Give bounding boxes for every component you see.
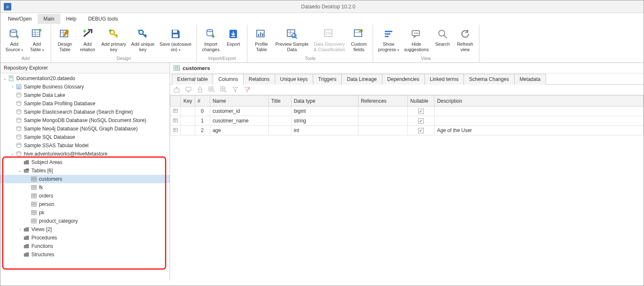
tree-item-customers[interactable]: customers	[0, 175, 170, 183]
tab-relations[interactable]: Relations	[243, 74, 275, 85]
ribbon-btn-export[interactable]: Export	[222, 26, 245, 53]
tree-root[interactable]: ⌄Documentation20.dataedo	[0, 74, 170, 83]
cell-title[interactable]	[268, 116, 291, 126]
ribbon-btn-add-table[interactable]: +AddTable ▾	[26, 26, 48, 53]
menu-new-open[interactable]: New/Open	[2, 14, 38, 24]
cell-key[interactable]	[181, 126, 195, 135]
col-dtype-header[interactable]: Data type	[291, 96, 358, 107]
cell-name[interactable]: age	[210, 126, 268, 135]
row-selector[interactable]	[170, 116, 181, 126]
tree-item-structures[interactable]: Structures	[0, 250, 170, 259]
cell-nullable[interactable]: ✓	[407, 126, 434, 135]
checkbox-icon[interactable]: ✓	[418, 118, 424, 124]
ribbon-btn-import-changes[interactable]: Importchanges	[199, 26, 222, 53]
tree-item-orders[interactable]: orders	[0, 192, 170, 200]
tree-item-functions[interactable]: Functions	[0, 242, 170, 250]
ribbon-btn-preview-sample-data[interactable]: Preview SampleData	[273, 26, 311, 53]
cell-desc[interactable]: Age of the User	[434, 126, 643, 135]
cell-desc[interactable]	[434, 107, 643, 116]
ribbon-btn-show-progress[interactable]: Showprogress ▾	[376, 26, 402, 53]
ribbon-btn-add-relation[interactable]: +Addrelation	[76, 26, 99, 53]
cell-idx[interactable]: 1	[195, 116, 210, 126]
checkbox-icon[interactable]: ✓	[418, 128, 424, 133]
tree-item-person[interactable]: person	[0, 200, 170, 208]
cell-key[interactable]	[181, 107, 195, 116]
caret-icon[interactable]: ⌄	[2, 76, 8, 81]
grid-add-icon[interactable]: +	[209, 86, 215, 93]
cell-dtype[interactable]: bigint	[291, 107, 358, 116]
add-bottom-icon[interactable]	[185, 86, 192, 93]
ribbon-btn-design-table[interactable]: DesignTable	[54, 26, 76, 53]
column-row[interactable]: 1cusotmer_namestring✓	[170, 116, 644, 126]
cell-dtype[interactable]: int	[291, 126, 358, 135]
row-selector[interactable]	[170, 107, 181, 116]
cell-idx[interactable]: 0	[195, 107, 210, 116]
caret-icon[interactable]: ⌄	[17, 169, 23, 173]
ribbon-btn-save-autosave-on-[interactable]: Save (autosaveon) ▾	[157, 26, 194, 53]
cell-dtype[interactable]: string	[291, 116, 358, 126]
tree-item-views-2-[interactable]: ›Views [2]	[0, 225, 170, 234]
cell-desc[interactable]	[434, 116, 643, 126]
cell-ref[interactable]	[358, 126, 407, 135]
menu-debug-tools[interactable]: DEBUG tools	[82, 14, 124, 24]
ribbon-btn-refresh-view[interactable]: Refreshview	[454, 26, 477, 53]
tree-item-sample-elasticsearch-database-search-engine-[interactable]: Sample Elasticsearch Database (Search En…	[0, 108, 170, 116]
checkbox-icon[interactable]: ✓	[418, 109, 424, 114]
tree-item-sample-data-profiling-database[interactable]: Sample Data Profiling Database	[0, 99, 170, 108]
col-desc-header[interactable]: Description	[434, 96, 643, 107]
tree-item-sample-sql-database[interactable]: Sample SQL Database	[0, 133, 170, 141]
ribbon-btn-profile-table[interactable]: ProfileTable	[250, 26, 273, 53]
caret-icon[interactable]: ›	[17, 227, 23, 231]
ribbon-btn-hide-suggestions[interactable]: Hidesuggestions	[402, 26, 431, 53]
col-ref-header[interactable]: References	[358, 96, 407, 107]
col-null-header[interactable]: Nullable	[407, 96, 434, 107]
ribbon-btn-custom-fields[interactable]: +Customfields	[348, 26, 370, 53]
tree-item-sample-mongodb-database-nosql-document-store-[interactable]: Sample MongoDB Database (NoSQL Document …	[0, 116, 170, 125]
lock-icon[interactable]	[197, 86, 204, 93]
tree-item-product-category[interactable]: product_category	[0, 217, 170, 225]
tab-columns[interactable]: Columns	[213, 74, 243, 85]
cell-ref[interactable]	[358, 116, 407, 126]
tab-schema-changes[interactable]: Schema Changes	[464, 74, 514, 85]
tab-unique-keys[interactable]: Unique keys	[275, 74, 313, 85]
col-idx-header[interactable]: #	[195, 96, 210, 107]
ribbon-btn-add-primary-key[interactable]: +Add primarykey	[99, 26, 129, 53]
menu-help[interactable]: Help	[60, 14, 82, 24]
row-selector[interactable]	[170, 126, 181, 135]
cell-nullable[interactable]: ✓	[407, 107, 434, 116]
column-row[interactable]: 2ageint✓Age of the User	[170, 126, 644, 135]
tab-linked-terms[interactable]: Linked terms	[425, 74, 464, 85]
column-row[interactable]: 0customer_idbigint✓	[170, 107, 644, 116]
tab-external-table[interactable]: External table	[172, 74, 213, 85]
add-top-icon[interactable]	[173, 86, 180, 93]
col-name-header[interactable]: Name	[210, 96, 268, 107]
cell-title[interactable]	[268, 126, 291, 135]
tree-item-fk[interactable]: fk	[0, 183, 170, 192]
col-selector-header[interactable]	[170, 96, 181, 107]
clear-filter-icon[interactable]	[244, 86, 250, 93]
menu-main[interactable]: Main	[38, 14, 60, 24]
cell-name[interactable]: cusotmer_name	[210, 116, 268, 126]
cell-key[interactable]	[181, 116, 195, 126]
tree-item-sample-business-glossary[interactable]: ›BSample Business Glossary	[0, 83, 170, 91]
tree-item-pk[interactable]: pk	[0, 208, 170, 217]
tree-item-subject-areas[interactable]: Subject Areas	[0, 158, 170, 166]
tab-triggers[interactable]: Triggers	[313, 74, 342, 85]
tree-item-sample-data-lake[interactable]: Sample Data Lake	[0, 91, 170, 99]
ribbon-btn-search[interactable]: Search	[431, 26, 454, 53]
tab-metadata[interactable]: Metadata	[514, 74, 546, 85]
cell-ref[interactable]	[358, 107, 407, 116]
ribbon-btn-add-source[interactable]: +AddSource ▾	[3, 26, 26, 53]
tab-dependencies[interactable]: Dependencies	[382, 74, 425, 85]
tree-item-sample-ssas-tabular-model[interactable]: Sample SSAS Tabular Model	[0, 141, 170, 150]
filter-icon[interactable]	[232, 86, 239, 93]
tree-item-sample-neo4j-database-nosql-graph-database-[interactable]: Sample Neo4j Database (NoSQL Graph Datab…	[0, 125, 170, 133]
tree-item-hive-adventureworks-hivemetastore[interactable]: ⌄hive.adventureworks@HiveMetastore	[0, 150, 170, 158]
tree-item-tables-6-[interactable]: ⌄Tables [6]	[0, 166, 170, 175]
caret-icon[interactable]: ›	[10, 85, 15, 89]
cell-nullable[interactable]: ✓	[407, 116, 434, 126]
col-title-header[interactable]: Title	[268, 96, 291, 107]
cell-name[interactable]: customer_id	[210, 107, 268, 116]
ribbon-btn-add-unique-key[interactable]: +Add uniquekey	[129, 26, 157, 53]
cell-title[interactable]	[268, 107, 291, 116]
